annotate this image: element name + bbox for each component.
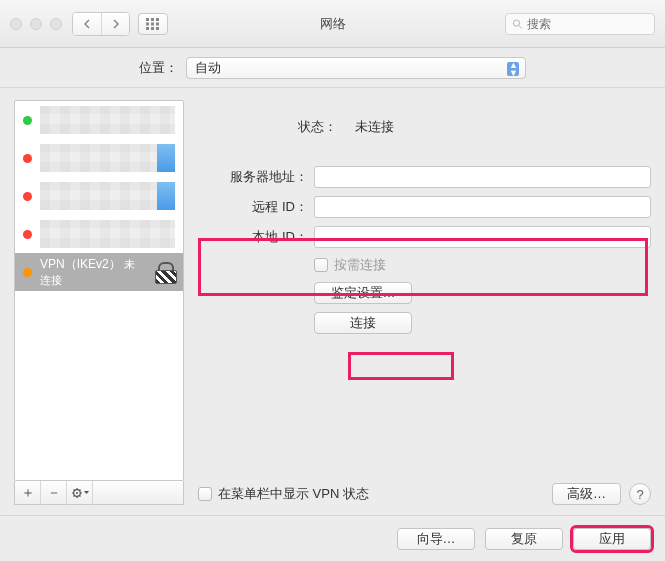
redacted-service <box>40 106 175 134</box>
svg-rect-1 <box>151 18 154 21</box>
location-value: 自动 <box>195 59 221 77</box>
ondemand-label: 按需连接 <box>334 256 386 274</box>
close-window-button[interactable] <box>10 18 22 30</box>
svg-rect-7 <box>151 27 154 30</box>
service-item[interactable] <box>15 139 183 177</box>
service-item[interactable] <box>15 101 183 139</box>
content-area: VPN（IKEv2） 未连接 ＋ － <box>0 88 665 515</box>
server-address-row: 服务器地址： <box>198 166 651 188</box>
action-buttons: 鉴定设置… 连接 <box>314 282 651 334</box>
apply-button[interactable]: 应用 <box>573 528 651 550</box>
remote-id-row: 远程 ID： <box>198 196 651 218</box>
redacted-service <box>40 182 175 210</box>
redacted-service <box>40 144 175 172</box>
status-dot-green <box>23 116 32 125</box>
status-dot-red <box>23 192 32 201</box>
advanced-button[interactable]: 高级… <box>552 483 621 505</box>
bottom-row: 在菜单栏中显示 VPN 状态 高级… ? <box>198 473 651 505</box>
service-item[interactable] <box>15 215 183 253</box>
connect-button[interactable]: 连接 <box>314 312 412 334</box>
select-arrows-icon: ▲▼ <box>509 61 518 77</box>
wizard-button[interactable]: 向导… <box>397 528 475 550</box>
status-row: 状态： 未连接 <box>298 118 651 136</box>
service-text: VPN（IKEv2） 未连接 <box>40 256 145 288</box>
status-label: 状态： <box>298 118 337 136</box>
remote-id-input[interactable] <box>314 196 651 218</box>
svg-rect-0 <box>146 18 149 21</box>
highlight-annotation <box>348 352 454 380</box>
redacted-service <box>40 220 175 248</box>
location-row: 位置： 自动 ▲▼ <box>0 48 665 88</box>
service-actions-button[interactable] <box>67 481 93 505</box>
service-item[interactable] <box>15 177 183 215</box>
svg-rect-8 <box>156 27 159 30</box>
remote-id-label: 远程 ID： <box>198 198 308 216</box>
lock-icon <box>153 262 175 282</box>
revert-button[interactable]: 复原 <box>485 528 563 550</box>
show-all-button[interactable] <box>138 13 168 35</box>
svg-line-19 <box>73 495 74 496</box>
location-select[interactable]: 自动 ▲▼ <box>186 57 526 79</box>
forward-button[interactable] <box>101 13 129 35</box>
window-controls <box>10 18 62 30</box>
sidebar: VPN（IKEv2） 未连接 ＋ － <box>14 100 184 505</box>
local-id-row: 本地 ID： <box>198 226 651 248</box>
chevron-right-icon <box>111 19 120 29</box>
search-input[interactable] <box>527 17 648 31</box>
show-in-menubar-label: 在菜单栏中显示 VPN 状态 <box>218 485 369 503</box>
ondemand-checkbox[interactable] <box>314 258 328 272</box>
detail-panel: 状态： 未连接 服务器地址： 远程 ID： 本地 ID： <box>198 100 651 505</box>
service-list: VPN（IKEv2） 未连接 <box>14 100 184 481</box>
svg-line-10 <box>519 25 522 28</box>
show-in-menubar-checkbox[interactable] <box>198 487 212 501</box>
svg-rect-5 <box>156 22 159 25</box>
svg-point-12 <box>76 492 78 494</box>
minimize-window-button[interactable] <box>30 18 42 30</box>
svg-rect-6 <box>146 27 149 30</box>
grid-icon <box>146 18 160 30</box>
help-button[interactable]: ? <box>629 483 651 505</box>
local-id-input[interactable] <box>314 226 651 248</box>
status-dot-orange <box>23 268 32 277</box>
search-icon <box>512 18 523 30</box>
local-id-label: 本地 ID： <box>198 228 308 246</box>
status-dot-red <box>23 230 32 239</box>
server-address-input[interactable] <box>314 166 651 188</box>
remove-service-button[interactable]: － <box>41 481 67 505</box>
service-list-footer: ＋ － <box>14 481 184 505</box>
titlebar: 网络 <box>0 0 665 48</box>
svg-point-9 <box>513 19 519 25</box>
status-value: 未连接 <box>355 118 394 136</box>
service-name: VPN（IKEv2） <box>40 257 121 271</box>
auth-settings-button[interactable]: 鉴定设置… <box>314 282 412 304</box>
svg-rect-3 <box>146 22 149 25</box>
svg-line-20 <box>79 489 80 490</box>
server-address-label: 服务器地址： <box>198 168 308 186</box>
search-field[interactable] <box>505 13 655 35</box>
svg-rect-2 <box>156 18 159 21</box>
zoom-window-button[interactable] <box>50 18 62 30</box>
service-item-vpn[interactable]: VPN（IKEv2） 未连接 <box>15 253 183 291</box>
svg-rect-4 <box>151 22 154 25</box>
ondemand-row: 按需连接 <box>198 256 651 274</box>
nav-back-forward <box>72 12 130 36</box>
chevron-left-icon <box>83 19 92 29</box>
svg-line-18 <box>79 495 80 496</box>
footer: 向导… 复原 应用 <box>0 515 665 561</box>
location-label: 位置： <box>139 59 178 77</box>
svg-line-17 <box>73 489 74 490</box>
network-prefpane-window: 网络 位置： 自动 ▲▼ <box>0 0 665 561</box>
gear-dropdown-icon <box>71 487 89 499</box>
add-service-button[interactable]: ＋ <box>15 481 41 505</box>
back-button[interactable] <box>73 13 101 35</box>
status-dot-red <box>23 154 32 163</box>
